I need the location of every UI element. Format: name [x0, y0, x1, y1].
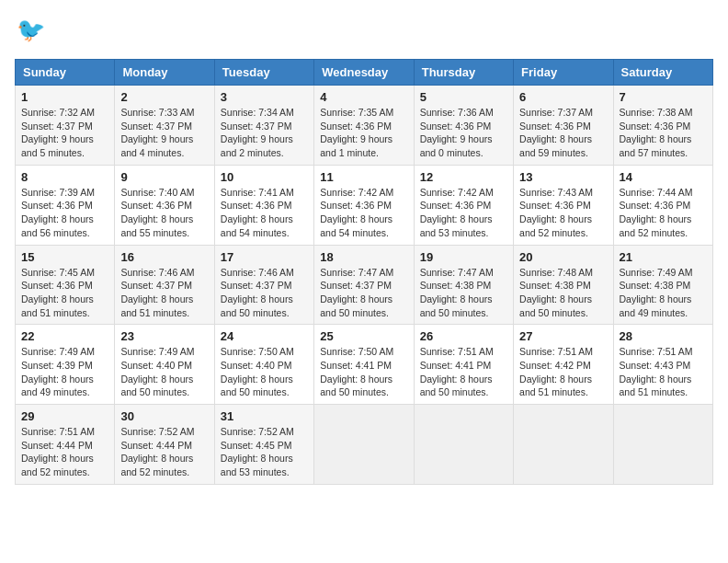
day-number: 21: [620, 250, 707, 264]
day-cell: 6 Sunrise: 7:37 AM Sunset: 4:36 PM Dayli…: [514, 86, 613, 166]
day-cell: [514, 405, 613, 485]
day-cell: 10 Sunrise: 7:41 AM Sunset: 4:36 PM Dayl…: [214, 165, 313, 245]
day-number: 1: [21, 90, 108, 104]
day-info: Sunrise: 7:42 AM Sunset: 4:36 PM Dayligh…: [320, 186, 407, 240]
day-number: 17: [221, 250, 308, 264]
day-info: Sunrise: 7:41 AM Sunset: 4:36 PM Dayligh…: [221, 186, 308, 240]
day-cell: 3 Sunrise: 7:34 AM Sunset: 4:37 PM Dayli…: [214, 86, 313, 166]
day-cell: 18 Sunrise: 7:47 AM Sunset: 4:37 PM Dayl…: [314, 245, 414, 325]
week-row-4: 22 Sunrise: 7:49 AM Sunset: 4:39 PM Dayl…: [16, 325, 713, 405]
day-info: Sunrise: 7:48 AM Sunset: 4:38 PM Dayligh…: [519, 266, 607, 320]
day-cell: [314, 405, 414, 485]
day-number: 23: [120, 329, 208, 343]
col-header-sunday: Sunday: [16, 60, 115, 86]
day-info: Sunrise: 7:38 AM Sunset: 4:36 PM Dayligh…: [620, 106, 707, 160]
day-number: 20: [519, 250, 607, 264]
day-number: 22: [21, 329, 108, 343]
day-cell: 5 Sunrise: 7:36 AM Sunset: 4:36 PM Dayli…: [414, 86, 513, 166]
day-number: 5: [420, 90, 507, 104]
day-number: 15: [21, 250, 108, 264]
logo-icon: 🐦: [15, 15, 48, 48]
day-info: Sunrise: 7:46 AM Sunset: 4:37 PM Dayligh…: [221, 266, 308, 320]
day-info: Sunrise: 7:51 AM Sunset: 4:42 PM Dayligh…: [519, 345, 607, 399]
day-cell: 2 Sunrise: 7:33 AM Sunset: 4:37 PM Dayli…: [115, 86, 214, 166]
day-info: Sunrise: 7:46 AM Sunset: 4:37 PM Dayligh…: [120, 266, 208, 320]
day-cell: 8 Sunrise: 7:39 AM Sunset: 4:36 PM Dayli…: [16, 165, 115, 245]
day-number: 26: [420, 329, 507, 343]
day-info: Sunrise: 7:39 AM Sunset: 4:36 PM Dayligh…: [21, 186, 108, 240]
day-cell: 11 Sunrise: 7:42 AM Sunset: 4:36 PM Dayl…: [314, 165, 414, 245]
day-cell: 21 Sunrise: 7:49 AM Sunset: 4:38 PM Dayl…: [613, 245, 712, 325]
day-info: Sunrise: 7:35 AM Sunset: 4:36 PM Dayligh…: [320, 106, 407, 160]
col-header-tuesday: Tuesday: [214, 60, 313, 86]
day-cell: 7 Sunrise: 7:38 AM Sunset: 4:36 PM Dayli…: [613, 86, 712, 166]
day-cell: 16 Sunrise: 7:46 AM Sunset: 4:37 PM Dayl…: [115, 245, 214, 325]
day-cell: 29 Sunrise: 7:51 AM Sunset: 4:44 PM Dayl…: [16, 405, 115, 485]
day-info: Sunrise: 7:50 AM Sunset: 4:40 PM Dayligh…: [221, 345, 308, 399]
week-row-5: 29 Sunrise: 7:51 AM Sunset: 4:44 PM Dayl…: [16, 405, 713, 485]
col-header-thursday: Thursday: [414, 60, 513, 86]
day-info: Sunrise: 7:51 AM Sunset: 4:41 PM Dayligh…: [420, 345, 507, 399]
day-cell: 24 Sunrise: 7:50 AM Sunset: 4:40 PM Dayl…: [214, 325, 313, 405]
day-number: 3: [221, 90, 308, 104]
day-info: Sunrise: 7:45 AM Sunset: 4:36 PM Dayligh…: [21, 266, 108, 320]
calendar-table: SundayMondayTuesdayWednesdayThursdayFrid…: [15, 59, 713, 485]
day-cell: 4 Sunrise: 7:35 AM Sunset: 4:36 PM Dayli…: [314, 86, 414, 166]
day-info: Sunrise: 7:51 AM Sunset: 4:44 PM Dayligh…: [21, 425, 108, 479]
day-cell: 1 Sunrise: 7:32 AM Sunset: 4:37 PM Dayli…: [16, 86, 115, 166]
day-info: Sunrise: 7:42 AM Sunset: 4:36 PM Dayligh…: [420, 186, 507, 240]
day-number: 4: [320, 90, 407, 104]
day-info: Sunrise: 7:49 AM Sunset: 4:39 PM Dayligh…: [21, 345, 108, 399]
day-cell: 27 Sunrise: 7:51 AM Sunset: 4:42 PM Dayl…: [514, 325, 613, 405]
day-number: 19: [420, 250, 507, 264]
col-header-monday: Monday: [115, 60, 214, 86]
day-number: 12: [420, 170, 507, 184]
day-info: Sunrise: 7:40 AM Sunset: 4:36 PM Dayligh…: [120, 186, 208, 240]
day-info: Sunrise: 7:47 AM Sunset: 4:37 PM Dayligh…: [320, 266, 407, 320]
svg-text:🐦: 🐦: [17, 16, 46, 44]
day-number: 16: [120, 250, 208, 264]
day-cell: 28 Sunrise: 7:51 AM Sunset: 4:43 PM Dayl…: [613, 325, 712, 405]
day-cell: 19 Sunrise: 7:47 AM Sunset: 4:38 PM Dayl…: [414, 245, 513, 325]
day-cell: [613, 405, 712, 485]
day-info: Sunrise: 7:43 AM Sunset: 4:36 PM Dayligh…: [519, 186, 607, 240]
day-cell: 26 Sunrise: 7:51 AM Sunset: 4:41 PM Dayl…: [414, 325, 513, 405]
day-info: Sunrise: 7:52 AM Sunset: 4:44 PM Dayligh…: [120, 425, 208, 479]
day-info: Sunrise: 7:37 AM Sunset: 4:36 PM Dayligh…: [519, 106, 607, 160]
day-info: Sunrise: 7:47 AM Sunset: 4:38 PM Dayligh…: [420, 266, 507, 320]
header-row: SundayMondayTuesdayWednesdayThursdayFrid…: [16, 60, 713, 86]
day-cell: 17 Sunrise: 7:46 AM Sunset: 4:37 PM Dayl…: [214, 245, 313, 325]
logo: 🐦: [15, 15, 51, 48]
day-number: 29: [21, 409, 108, 423]
day-cell: 14 Sunrise: 7:44 AM Sunset: 4:36 PM Dayl…: [613, 165, 712, 245]
day-cell: 23 Sunrise: 7:49 AM Sunset: 4:40 PM Dayl…: [115, 325, 214, 405]
day-info: Sunrise: 7:49 AM Sunset: 4:38 PM Dayligh…: [620, 266, 707, 320]
day-cell: [414, 405, 513, 485]
day-info: Sunrise: 7:50 AM Sunset: 4:41 PM Dayligh…: [320, 345, 407, 399]
day-number: 24: [221, 329, 308, 343]
col-header-wednesday: Wednesday: [314, 60, 414, 86]
day-number: 2: [120, 90, 208, 104]
week-row-3: 15 Sunrise: 7:45 AM Sunset: 4:36 PM Dayl…: [16, 245, 713, 325]
day-info: Sunrise: 7:34 AM Sunset: 4:37 PM Dayligh…: [221, 106, 308, 160]
day-number: 18: [320, 250, 407, 264]
week-row-1: 1 Sunrise: 7:32 AM Sunset: 4:37 PM Dayli…: [16, 86, 713, 166]
header: 🐦: [15, 15, 713, 48]
day-number: 27: [519, 329, 607, 343]
day-info: Sunrise: 7:36 AM Sunset: 4:36 PM Dayligh…: [420, 106, 507, 160]
day-cell: 22 Sunrise: 7:49 AM Sunset: 4:39 PM Dayl…: [16, 325, 115, 405]
day-cell: 31 Sunrise: 7:52 AM Sunset: 4:45 PM Dayl…: [214, 405, 313, 485]
day-cell: 30 Sunrise: 7:52 AM Sunset: 4:44 PM Dayl…: [115, 405, 214, 485]
day-cell: 25 Sunrise: 7:50 AM Sunset: 4:41 PM Dayl…: [314, 325, 414, 405]
col-header-friday: Friday: [514, 60, 613, 86]
day-cell: 13 Sunrise: 7:43 AM Sunset: 4:36 PM Dayl…: [514, 165, 613, 245]
day-number: 8: [21, 170, 108, 184]
day-info: Sunrise: 7:49 AM Sunset: 4:40 PM Dayligh…: [120, 345, 208, 399]
day-info: Sunrise: 7:33 AM Sunset: 4:37 PM Dayligh…: [120, 106, 208, 160]
day-cell: 12 Sunrise: 7:42 AM Sunset: 4:36 PM Dayl…: [414, 165, 513, 245]
day-cell: 9 Sunrise: 7:40 AM Sunset: 4:36 PM Dayli…: [115, 165, 214, 245]
day-number: 13: [519, 170, 607, 184]
day-cell: 20 Sunrise: 7:48 AM Sunset: 4:38 PM Dayl…: [514, 245, 613, 325]
day-number: 6: [519, 90, 607, 104]
day-number: 9: [120, 170, 208, 184]
